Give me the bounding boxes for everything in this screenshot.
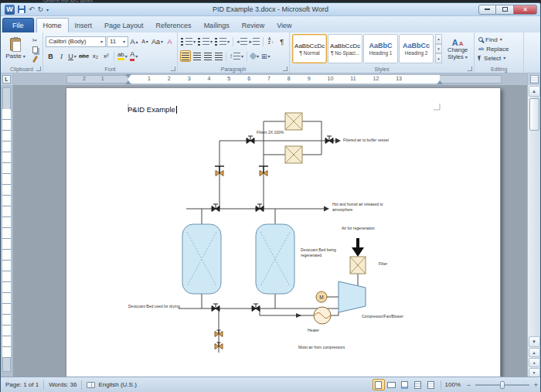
label-desiccant-regenerated[interactable]: Desiccant Bed being regenerated [301, 247, 342, 257]
valve-bottom-pipe-right[interactable] [252, 304, 260, 312]
bullets-button[interactable]: ▾ [180, 36, 196, 47]
font-dialog-launcher[interactable] [171, 66, 175, 71]
first-line-indent-marker[interactable] [125, 74, 131, 78]
shrink-font-button[interactable]: A▾ [140, 36, 150, 47]
tab-home[interactable]: Home [36, 18, 69, 32]
highlight-dropdown-icon[interactable]: ▾ [125, 54, 128, 59]
full-screen-reading-button[interactable] [386, 379, 398, 390]
select-button[interactable]: Select▾ [477, 53, 521, 63]
styles-dialog-launcher[interactable] [468, 66, 472, 71]
heater-symbol[interactable] [314, 307, 331, 324]
underline-button[interactable]: U▾ [67, 50, 77, 62]
shading-dropdown-icon[interactable]: ▾ [257, 54, 259, 59]
cut-button[interactable]: ✂ [29, 36, 40, 44]
label-air-for-regeneration[interactable]: Air for regeneration [342, 226, 375, 231]
label-hot-humid-air[interactable]: Hot and humid air released to atmosphere [332, 202, 394, 212]
label-filter[interactable]: Filter [379, 261, 387, 267]
tab-page-layout[interactable]: Page Layout [98, 18, 150, 32]
scrollbar-thumb[interactable] [529, 98, 539, 131]
italic-button[interactable]: I [56, 50, 66, 62]
style-no-spacing[interactable]: AaBbCcDc ¶ No Spaci... [328, 34, 362, 63]
sort-button[interactable]: AZ↓ [266, 36, 276, 47]
document-page[interactable]: M [66, 87, 501, 377]
styles-scroll-up-button[interactable]: ▴ [435, 34, 442, 44]
borders-button[interactable]: ⊞▾ [260, 50, 271, 62]
style-normal[interactable]: AaBbCcDc ¶ Normal [292, 34, 327, 63]
document-viewport[interactable]: M [13, 85, 527, 377]
valve-mid-pipe-left[interactable] [212, 204, 219, 212]
hanging-indent-marker[interactable] [125, 80, 131, 84]
superscript-button[interactable]: x² [101, 50, 111, 62]
clear-formatting-button[interactable]: A [165, 36, 175, 47]
previous-page-button[interactable]: ▲ [529, 348, 540, 357]
find-dropdown-icon[interactable]: ▾ [500, 37, 502, 42]
style-heading-1[interactable]: AaBbC Heading 1 [363, 34, 398, 63]
ruler-toggle-button[interactable] [530, 75, 539, 84]
filter-symbol-top[interactable] [285, 113, 302, 130]
paste-button[interactable]: Paste▾ [3, 34, 28, 63]
underline-dropdown-icon[interactable]: ▾ [74, 54, 77, 59]
label-filtered-air[interactable]: Filtered air to buffer vessel [343, 138, 389, 143]
clipboard-dialog-launcher[interactable] [36, 66, 41, 71]
language-indicator[interactable]: English (U.S.) [82, 377, 141, 392]
word-count[interactable]: Words: 36 [44, 377, 81, 392]
line-spacing-button[interactable]: ↕▾ [229, 50, 244, 62]
label-desiccant-drying[interactable]: Desiccant Bed used for drying [128, 304, 180, 309]
font-size-dropdown-icon[interactable]: ▾ [123, 39, 125, 44]
word-logo-icon[interactable]: W [5, 5, 15, 15]
show-paragraph-marks-button[interactable]: ¶ [277, 36, 287, 47]
scroll-down-button[interactable]: ▼ [529, 336, 540, 347]
right-indent-marker[interactable] [437, 80, 443, 84]
font-size-combo[interactable]: 11▾ [107, 36, 128, 47]
save-icon[interactable] [18, 5, 26, 13]
styles-more-button[interactable]: ▾ [435, 53, 442, 63]
tab-selector-button[interactable]: L [2, 75, 11, 84]
zoom-slider-thumb[interactable] [500, 381, 505, 389]
bold-button[interactable]: B [46, 50, 56, 62]
select-dropdown-icon[interactable]: ▾ [503, 56, 505, 60]
proofing-book-icon[interactable] [87, 382, 95, 388]
zoom-in-button[interactable]: + [532, 380, 540, 389]
select-browse-object-button[interactable]: ● [529, 358, 540, 367]
desiccant-vessel-right[interactable] [256, 224, 294, 294]
pid-diagram-canvas[interactable]: M [66, 88, 502, 377]
valve-top-pipe-right[interactable] [325, 136, 333, 144]
find-button[interactable]: Find▾ [477, 35, 521, 44]
increase-indent-button[interactable]: ▸ [249, 36, 261, 47]
numbering-dropdown-icon[interactable]: ▾ [210, 39, 213, 44]
label-compressor[interactable]: Compressor/Fan/Blower [362, 314, 403, 319]
valve-mid-pipe-right[interactable] [256, 204, 264, 212]
tab-references[interactable]: References [150, 18, 198, 32]
multilevel-list-button[interactable]: ▾ [214, 36, 230, 47]
numbering-button[interactable]: ▾ [197, 36, 213, 47]
compressor-symbol[interactable] [339, 281, 366, 312]
replace-button[interactable]: abReplace [477, 44, 521, 53]
page-indicator[interactable]: Page: 1 of 1 [1, 377, 43, 392]
tab-file[interactable]: File [2, 18, 34, 32]
print-layout-view-button[interactable] [373, 379, 385, 390]
align-right-button[interactable] [202, 50, 213, 62]
tab-mailings[interactable]: Mailings [198, 18, 236, 32]
paste-dropdown-icon[interactable]: ▾ [23, 54, 26, 59]
filter-symbol-regeneration[interactable] [350, 257, 366, 274]
minimize-button[interactable] [478, 5, 496, 15]
tab-insert[interactable]: Insert [69, 18, 99, 32]
air-regeneration-arrow[interactable] [352, 238, 364, 257]
styles-scroll-down-button[interactable]: ▾ [435, 44, 442, 54]
line-spacing-dropdown-icon[interactable]: ▾ [241, 54, 243, 59]
scroll-up-button[interactable]: ▲ [529, 86, 540, 97]
copy-button[interactable] [29, 46, 40, 53]
zoom-level-button[interactable]: 100% [441, 381, 464, 388]
document-heading-text[interactable]: P&ID Example [128, 105, 177, 114]
align-left-button[interactable] [180, 50, 191, 62]
font-family-dropdown-icon[interactable]: ▾ [100, 39, 103, 44]
strikethrough-button[interactable]: abc [78, 50, 90, 62]
style-heading-2[interactable]: AaBbCc Heading 2 [399, 34, 434, 63]
label-heater[interactable]: Heater [308, 328, 319, 333]
horizontal-ruler[interactable]: 2 1 1 2 3 4 5 6 7 8 9 10 11 12 13 [13, 73, 527, 85]
borders-dropdown-icon[interactable]: ▾ [268, 54, 270, 59]
subscript-button[interactable]: x₂ [90, 50, 100, 62]
change-case-button[interactable]: Aa▾ [151, 36, 164, 47]
change-styles-button[interactable]: AA Change Styles ▾ [444, 34, 471, 63]
multilevel-dropdown-icon[interactable]: ▾ [227, 39, 230, 44]
